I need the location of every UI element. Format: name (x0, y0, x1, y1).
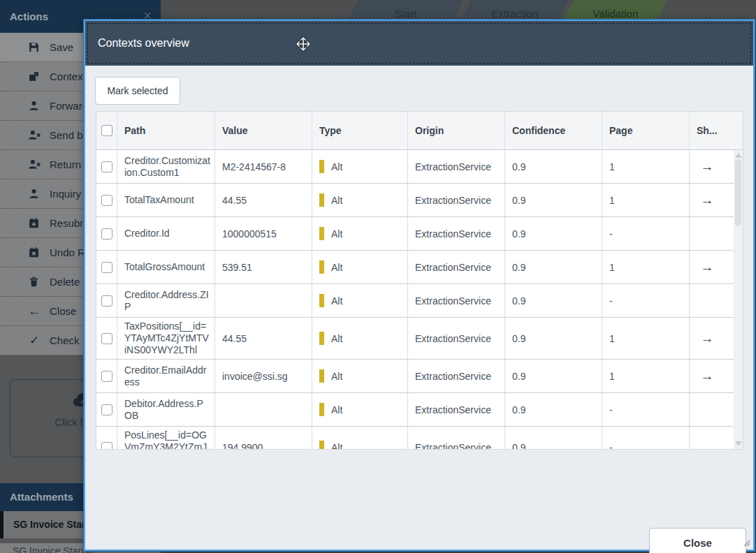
table-row[interactable]: Creditor.Address.ZIPAltExtractionService… (96, 284, 743, 318)
column-header-origin[interactable]: Origin (408, 112, 505, 149)
cell-type: Alt (312, 393, 408, 426)
row-checkbox[interactable] (101, 295, 112, 307)
type-indicator-bar (319, 227, 324, 240)
type-indicator-bar (319, 332, 324, 345)
header-spacer (725, 112, 734, 149)
calendar-plus-icon (28, 217, 41, 230)
table-row[interactable]: Debitor.Address.POBAltExtractionService0… (96, 393, 743, 427)
row-checkbox[interactable] (101, 404, 112, 415)
type-indicator-bar (319, 294, 324, 307)
vertical-scrollbar[interactable] (734, 150, 743, 449)
cell-origin: ExtractionService (408, 427, 505, 449)
table-row[interactable]: Creditor.EmailAddressinvoice@ssi.sgAltEx… (96, 360, 743, 393)
cell-value: 1000000515 (215, 217, 312, 250)
cell-confidence: 0.9 (505, 150, 602, 183)
trash-icon (28, 276, 41, 288)
column-header-confidence[interactable]: Confidence (505, 112, 602, 149)
row-checkbox-cell (96, 217, 117, 250)
action-item-label: Forward (50, 100, 88, 112)
workflow-step-label: Start (354, 0, 458, 20)
type-label: Alt (331, 333, 342, 344)
show-arrow-icon[interactable]: → (701, 260, 714, 275)
table-row[interactable]: TaxPositions[__id=YTAyMTc4ZjYtMTViNS00YW… (96, 318, 743, 360)
table-row[interactable]: Creditor.Id1000000515AltExtractionServic… (96, 217, 743, 251)
cell-type: Alt (312, 217, 408, 250)
row-checkbox[interactable] (101, 442, 112, 450)
cell-value: 194.9900 (215, 427, 312, 449)
type-label: Alt (331, 295, 342, 307)
table-row[interactable]: TotalGrossAmount539.51AltExtractionServi… (96, 251, 743, 284)
type-label: Alt (331, 161, 342, 172)
open-in-new-icon (28, 71, 41, 83)
cell-path: Creditor.EmailAddress (117, 360, 215, 392)
table-row[interactable]: Creditor.Customization.Custom1M2-2414567… (96, 150, 743, 184)
show-arrow-icon[interactable]: → (701, 193, 714, 208)
row-checkbox-cell (96, 184, 117, 216)
actions-panel-title: Actions (10, 10, 48, 22)
cell-type: Alt (312, 251, 408, 283)
cell-page: - (602, 427, 690, 449)
show-arrow-icon[interactable]: → (701, 369, 714, 384)
cell-path: Creditor.Id (117, 217, 215, 250)
cell-type: Alt (312, 150, 408, 183)
select-all-checkbox[interactable] (101, 125, 112, 136)
cell-path: Creditor.Customization.Custom1 (117, 150, 215, 183)
cell-origin: ExtractionService (408, 360, 505, 392)
table-body: Creditor.Customization.Custom1M2-2414567… (96, 150, 743, 449)
row-checkbox[interactable] (101, 333, 112, 344)
dialog-header[interactable]: Contexts overview (85, 21, 753, 66)
person-remove-icon (28, 129, 41, 142)
row-checkbox[interactable] (101, 228, 112, 239)
table-row[interactable]: PosLines[__id=OGVmZmY3M2YtZmJmOS00NGFkLW… (96, 427, 743, 449)
mark-selected-button[interactable]: Mark selected (95, 77, 180, 105)
type-indicator-bar (319, 260, 324, 274)
row-checkbox[interactable] (101, 371, 112, 382)
type-label: Alt (331, 404, 342, 415)
scroll-down-icon[interactable] (735, 441, 742, 446)
column-header-value[interactable]: Value (215, 112, 312, 149)
workflow-step-label: Validation (569, 0, 662, 20)
column-header-type[interactable]: Type (312, 112, 408, 149)
row-checkbox[interactable] (101, 195, 112, 206)
cell-show (690, 284, 725, 317)
cell-type: Alt (312, 284, 408, 317)
cell-confidence: 0.9 (505, 393, 602, 426)
cell-page: - (602, 393, 690, 426)
cell-confidence: 0.9 (505, 251, 602, 283)
column-header-page[interactable]: Page (602, 112, 690, 149)
cell-show: → (690, 318, 725, 359)
resize-handle-icon[interactable] (741, 537, 750, 547)
type-indicator-bar (319, 193, 324, 207)
move-cursor-icon (295, 36, 312, 55)
cell-page: - (602, 284, 690, 317)
show-arrow-icon[interactable]: → (701, 331, 714, 346)
calendar-x-icon (28, 246, 41, 259)
cell-confidence: 0.9 (505, 284, 602, 317)
row-checkbox-cell (96, 318, 117, 359)
row-checkbox[interactable] (101, 161, 112, 172)
column-header-path[interactable]: Path (117, 112, 215, 149)
cell-origin: ExtractionService (408, 318, 505, 359)
table-row[interactable]: TotalTaxAmount44.55AltExtractionService0… (96, 184, 743, 217)
cell-value: 44.55 (215, 184, 312, 216)
scrollbar-thumb[interactable] (735, 159, 741, 226)
row-checkbox-cell (96, 251, 117, 283)
show-arrow-icon[interactable]: → (701, 159, 714, 175)
check-icon: ✓ (28, 334, 41, 347)
dialog-close-button[interactable]: Close (649, 528, 746, 553)
contexts-overview-dialog: Contexts overview Mark selected Path Val… (84, 20, 755, 551)
cell-origin: ExtractionService (408, 184, 505, 216)
cell-value: M2-2414567-8 (215, 150, 312, 183)
column-header-show[interactable]: Sh... (690, 112, 725, 149)
cell-confidence: 0.9 (505, 217, 602, 250)
scroll-up-icon[interactable] (735, 153, 742, 158)
person-icon (28, 188, 41, 200)
type-label: Alt (331, 228, 342, 239)
person-icon (28, 100, 41, 112)
cell-value: 539.51 (215, 251, 312, 283)
cell-origin: ExtractionService (408, 393, 505, 426)
row-checkbox[interactable] (101, 262, 112, 273)
type-indicator-bar (319, 369, 324, 383)
cell-show: → (690, 251, 725, 283)
row-checkbox-cell (96, 427, 117, 449)
